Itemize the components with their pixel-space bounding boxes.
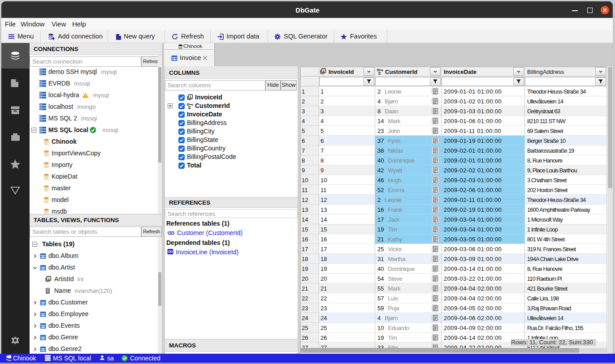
svg-text:1: 1 [323, 69, 325, 73]
svg-text:1: 1 [48, 277, 50, 281]
svg-text:1: 1 [190, 94, 191, 98]
